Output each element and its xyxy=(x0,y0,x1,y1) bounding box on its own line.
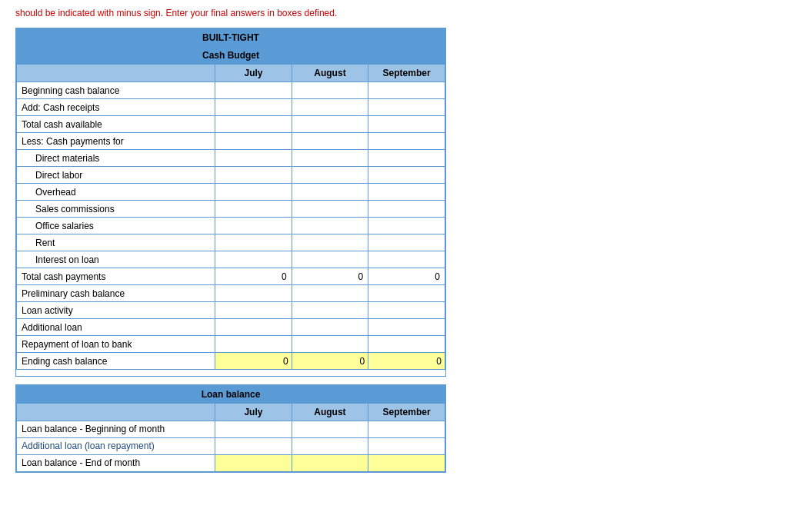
input-august-direct-materials[interactable] xyxy=(292,150,368,166)
july-beginning-cash[interactable] xyxy=(215,82,292,99)
august-direct-materials[interactable] xyxy=(292,150,368,167)
september-direct-labor[interactable] xyxy=(368,167,445,184)
input-august-cash-receipts[interactable] xyxy=(292,99,368,115)
input-august-total-cash[interactable] xyxy=(292,116,368,132)
september-beginning-cash[interactable] xyxy=(368,82,445,99)
september-interest-on-loan[interactable] xyxy=(368,251,445,268)
input-september-direct-materials[interactable] xyxy=(368,150,445,166)
september-sales-commissions[interactable] xyxy=(368,201,445,218)
september-office-salaries[interactable] xyxy=(368,218,445,234)
input-july-total-cash[interactable] xyxy=(215,116,291,132)
august-rent[interactable] xyxy=(292,234,368,251)
input-august-sales-commissions[interactable] xyxy=(292,201,368,217)
input-september-interest-on-loan[interactable] xyxy=(368,251,445,268)
august-direct-labor[interactable] xyxy=(292,167,368,184)
september-repayment-loan[interactable] xyxy=(368,336,445,353)
input-july-preliminary-cash[interactable] xyxy=(215,285,291,301)
input-september-cash-receipts[interactable] xyxy=(368,99,445,115)
input-august-preliminary-cash[interactable] xyxy=(292,285,368,301)
july-direct-labor[interactable] xyxy=(215,167,292,184)
july-cash-receipts[interactable] xyxy=(215,99,292,116)
input-september-preliminary-cash[interactable] xyxy=(368,285,445,301)
july-overhead[interactable] xyxy=(215,184,292,201)
input-september-direct-labor[interactable] xyxy=(368,167,445,183)
input-august-additional-loan[interactable] xyxy=(292,319,368,335)
july-ending-cash[interactable] xyxy=(215,353,292,370)
input-august-office-salaries[interactable] xyxy=(292,218,368,234)
july-additional-loan-repayment[interactable] xyxy=(215,437,292,454)
input-july-ending-cash[interactable] xyxy=(215,353,291,369)
input-july-beginning-cash[interactable] xyxy=(215,82,291,98)
july-loan-end[interactable] xyxy=(215,454,292,471)
input-july-cash-receipts[interactable] xyxy=(215,99,291,115)
july-sales-commissions[interactable] xyxy=(215,201,292,218)
september-additional-loan[interactable] xyxy=(368,319,445,336)
september-rent[interactable] xyxy=(368,234,445,251)
input-july-overhead[interactable] xyxy=(215,184,291,200)
input-july-loan-beginning[interactable] xyxy=(215,421,291,437)
input-august-overhead[interactable] xyxy=(292,184,368,200)
september-preliminary-cash[interactable] xyxy=(368,285,445,302)
row-direct-materials: Direct materials xyxy=(17,150,445,167)
september-less xyxy=(368,133,445,150)
input-july-rent[interactable] xyxy=(215,234,291,251)
label-rent: Rent xyxy=(17,234,215,251)
august-sales-commissions[interactable] xyxy=(292,201,368,218)
august-cash-receipts[interactable] xyxy=(292,99,368,116)
september-direct-materials[interactable] xyxy=(368,150,445,167)
input-september-sales-commissions[interactable] xyxy=(368,201,445,217)
august-preliminary-cash[interactable] xyxy=(292,285,368,302)
row-repayment-loan: Repayment of loan to bank xyxy=(17,336,445,353)
august-beginning-cash[interactable] xyxy=(292,82,368,99)
row-total-cash-payments: Total cash payments 0 0 0 xyxy=(17,268,445,285)
september-additional-loan-repayment xyxy=(368,437,445,454)
august-office-salaries[interactable] xyxy=(292,218,368,234)
input-august-beginning-cash[interactable] xyxy=(292,82,368,98)
input-september-overhead[interactable] xyxy=(368,184,445,200)
input-september-beginning-cash[interactable] xyxy=(368,82,445,98)
input-july-direct-labor[interactable] xyxy=(215,167,291,183)
input-august-ending-cash[interactable] xyxy=(292,353,368,369)
input-september-office-salaries[interactable] xyxy=(368,218,445,234)
input-august-direct-labor[interactable] xyxy=(292,167,368,183)
input-september-rent[interactable] xyxy=(368,234,445,251)
september-overhead[interactable] xyxy=(368,184,445,201)
label-additional-loan: Additional loan xyxy=(17,319,215,336)
input-september-total-cash[interactable] xyxy=(368,116,445,132)
input-july-office-salaries[interactable] xyxy=(215,218,291,234)
input-september-additional-loan[interactable] xyxy=(368,319,445,335)
september-ending-cash[interactable] xyxy=(368,353,445,370)
july-repayment-loan[interactable] xyxy=(215,336,292,353)
september-cash-receipts[interactable] xyxy=(368,99,445,116)
input-july-additional-loan[interactable] xyxy=(215,319,291,335)
july-additional-loan[interactable] xyxy=(215,319,292,336)
september-total-cash-payments: 0 xyxy=(368,268,445,285)
july-office-salaries[interactable] xyxy=(215,218,292,234)
input-august-interest-on-loan[interactable] xyxy=(292,251,368,268)
input-july-repayment-loan[interactable] xyxy=(215,336,291,352)
input-july-sales-commissions[interactable] xyxy=(215,201,291,217)
row-cash-receipts: Add: Cash receipts xyxy=(17,99,445,116)
label-ending-cash: Ending cash balance xyxy=(17,353,215,370)
august-total-cash[interactable] xyxy=(292,116,368,133)
september-total-cash[interactable] xyxy=(368,116,445,133)
input-august-repayment-loan[interactable] xyxy=(292,336,368,352)
july-loan-beginning[interactable] xyxy=(215,421,292,437)
august-ending-cash[interactable] xyxy=(292,353,368,370)
august-repayment-loan[interactable] xyxy=(292,336,368,353)
august-additional-loan[interactable] xyxy=(292,319,368,336)
august-interest-on-loan[interactable] xyxy=(292,251,368,268)
july-interest-on-loan[interactable] xyxy=(215,251,292,268)
july-total-cash[interactable] xyxy=(215,116,292,133)
input-july-additional-loan-repayment[interactable] xyxy=(215,438,291,454)
input-september-ending-cash[interactable] xyxy=(368,353,445,369)
input-july-interest-on-loan[interactable] xyxy=(215,251,291,268)
input-july-direct-materials[interactable] xyxy=(215,150,291,166)
input-july-loan-end[interactable] xyxy=(215,455,291,471)
august-overhead[interactable] xyxy=(292,184,368,201)
july-preliminary-cash[interactable] xyxy=(215,285,292,302)
july-rent[interactable] xyxy=(215,234,292,251)
input-august-rent[interactable] xyxy=(292,234,368,251)
july-direct-materials[interactable] xyxy=(215,150,292,167)
input-september-repayment-loan[interactable] xyxy=(368,336,445,352)
